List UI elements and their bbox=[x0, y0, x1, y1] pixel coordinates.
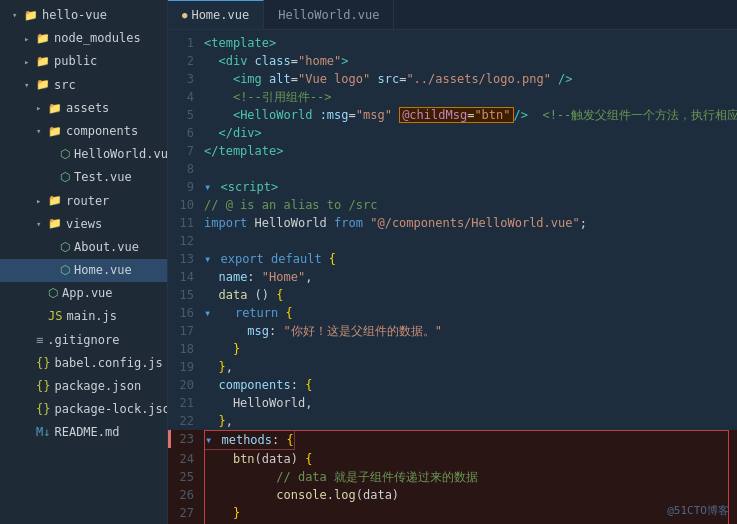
code-line-21: 21 HelloWorld, bbox=[168, 394, 737, 412]
line-number: 16 bbox=[168, 304, 204, 322]
sidebar-item-src[interactable]: ▾ 📁 src bbox=[0, 74, 167, 97]
line-number: 26 bbox=[168, 486, 204, 504]
code-line-19: 19 }, bbox=[168, 358, 737, 376]
sidebar-item-label: main.js bbox=[66, 307, 117, 326]
folder-icon: 📁 bbox=[36, 53, 50, 71]
code-line-12: 12 bbox=[168, 232, 737, 250]
spacer bbox=[24, 379, 34, 393]
file-icon: ⬡ bbox=[60, 238, 70, 257]
line-number: 7 bbox=[168, 142, 204, 160]
code-line-23: 23 ▾ methods: { bbox=[168, 430, 737, 450]
line-number: 18 bbox=[168, 340, 204, 358]
folder-icon: 📁 bbox=[48, 100, 62, 118]
line-number: 12 bbox=[168, 232, 204, 250]
folder-icon: 📁 bbox=[36, 76, 50, 94]
file-icon: JS bbox=[48, 307, 62, 326]
sidebar-item-helloworld-vue[interactable]: ⬡ HelloWorld.vue bbox=[0, 143, 167, 166]
folder-icon: 📁 bbox=[24, 7, 38, 25]
code-text: console.log(data) bbox=[204, 486, 737, 504]
sidebar-item-components[interactable]: ▾ 📁 components bbox=[0, 120, 167, 143]
sidebar: ▾ 📁 hello-vue ▸ 📁 node_modules ▸ 📁 publi… bbox=[0, 0, 168, 524]
sidebar-item-test-vue[interactable]: ⬡ Test.vue bbox=[0, 166, 167, 189]
code-line-27: 27 } bbox=[168, 504, 737, 522]
code-line-26: 26 console.log(data) bbox=[168, 486, 737, 504]
code-text: } bbox=[204, 504, 737, 522]
sidebar-item-package-lock-json[interactable]: {} package-lock.json bbox=[0, 398, 167, 421]
tab-label: HelloWorld.vue bbox=[278, 8, 379, 22]
sidebar-item-label: About.vue bbox=[74, 238, 139, 257]
folder-icon: 📁 bbox=[48, 123, 62, 141]
code-area[interactable]: 1 <template> 2 <div class="home"> 3 <img… bbox=[168, 30, 737, 524]
sidebar-item-about-vue[interactable]: ⬡ About.vue bbox=[0, 236, 167, 259]
code-line-13: 13 ▾ export default { bbox=[168, 250, 737, 268]
sidebar-item-main-js[interactable]: JS main.js bbox=[0, 305, 167, 328]
code-text bbox=[204, 232, 737, 250]
spacer bbox=[24, 356, 34, 370]
line-number: 9 bbox=[168, 178, 204, 196]
sidebar-item-label: views bbox=[66, 215, 102, 234]
code-line-1: 1 <template> bbox=[168, 34, 737, 52]
line-number: 27 bbox=[168, 504, 204, 522]
sidebar-item-label: .gitignore bbox=[47, 331, 119, 350]
code-text: ▾ return { bbox=[204, 304, 737, 322]
line-number: 2 bbox=[168, 52, 204, 70]
sidebar-item-views[interactable]: ▾ 📁 views bbox=[0, 213, 167, 236]
code-line-2: 2 <div class="home"> bbox=[168, 52, 737, 70]
fold-icon[interactable]: ▾ bbox=[204, 252, 211, 266]
folder-icon: 📁 bbox=[48, 192, 62, 210]
sidebar-item-public[interactable]: ▸ 📁 public bbox=[0, 50, 167, 73]
code-text: <template> bbox=[204, 34, 737, 52]
code-line-7: 7 </template> bbox=[168, 142, 737, 160]
file-icon: {} bbox=[36, 377, 50, 396]
sidebar-item-app-vue[interactable]: ⬡ App.vue bbox=[0, 282, 167, 305]
code-text: ▾ export default { bbox=[204, 250, 737, 268]
code-text bbox=[204, 160, 737, 178]
line-number: 25 bbox=[168, 468, 204, 486]
sidebar-item-label: README.md bbox=[54, 423, 119, 442]
spacer bbox=[48, 171, 58, 185]
file-icon: {} bbox=[36, 400, 50, 419]
tab-helloworld-vue[interactable]: HelloWorld.vue bbox=[264, 0, 394, 29]
sidebar-item-readme[interactable]: M↓ README.md bbox=[0, 421, 167, 444]
sidebar-item-home-vue[interactable]: ⬡ Home.vue bbox=[0, 259, 167, 282]
code-text: HelloWorld, bbox=[204, 394, 737, 412]
line-number: 3 bbox=[168, 70, 204, 88]
code-text: // @ is an alias to /src bbox=[204, 196, 737, 214]
file-icon: ⬡ bbox=[48, 284, 58, 303]
line-number: 1 bbox=[168, 34, 204, 52]
file-icon: ⬡ bbox=[60, 168, 70, 187]
tab-bar: ● Home.vue HelloWorld.vue bbox=[168, 0, 737, 30]
sidebar-item-babel-config[interactable]: {} babel.config.js bbox=[0, 352, 167, 375]
sidebar-item-gitignore[interactable]: ≡ .gitignore bbox=[0, 329, 167, 352]
sidebar-item-label: babel.config.js bbox=[54, 354, 162, 373]
code-line-6: 6 </div> bbox=[168, 124, 737, 142]
code-text: }, bbox=[204, 412, 737, 430]
code-text: <img alt="Vue logo" src="../assets/logo.… bbox=[204, 70, 737, 88]
code-line-14: 14 name: "Home", bbox=[168, 268, 737, 286]
fold-icon[interactable]: ▾ bbox=[204, 180, 211, 194]
code-text: </div> bbox=[204, 124, 737, 142]
fold-icon[interactable]: ▾ bbox=[204, 306, 211, 320]
chevron-down-icon: ▾ bbox=[36, 124, 46, 138]
sidebar-item-router[interactable]: ▸ 📁 router bbox=[0, 190, 167, 213]
fold-icon[interactable]: ▾ bbox=[205, 433, 212, 447]
code-text: ▾ methods: { bbox=[204, 430, 737, 450]
sidebar-item-hello-vue[interactable]: ▾ 📁 hello-vue bbox=[0, 4, 167, 27]
sidebar-item-assets[interactable]: ▸ 📁 assets bbox=[0, 97, 167, 120]
code-text: }, bbox=[204, 358, 737, 376]
line-number: 23 bbox=[168, 430, 204, 448]
line-number: 19 bbox=[168, 358, 204, 376]
line-number: 15 bbox=[168, 286, 204, 304]
sidebar-item-label: App.vue bbox=[62, 284, 113, 303]
code-text: } bbox=[204, 340, 737, 358]
sidebar-item-label: package.json bbox=[54, 377, 141, 396]
chevron-right-icon: ▸ bbox=[24, 55, 34, 69]
line-number: 11 bbox=[168, 214, 204, 232]
sidebar-item-package-json[interactable]: {} package.json bbox=[0, 375, 167, 398]
sidebar-item-node-modules[interactable]: ▸ 📁 node_modules bbox=[0, 27, 167, 50]
sidebar-item-label: assets bbox=[66, 99, 109, 118]
sidebar-item-label: hello-vue bbox=[42, 6, 107, 25]
code-text: import HelloWorld from "@/components/Hel… bbox=[204, 214, 737, 232]
file-icon: ≡ bbox=[36, 331, 43, 350]
tab-home-vue[interactable]: ● Home.vue bbox=[168, 0, 264, 29]
